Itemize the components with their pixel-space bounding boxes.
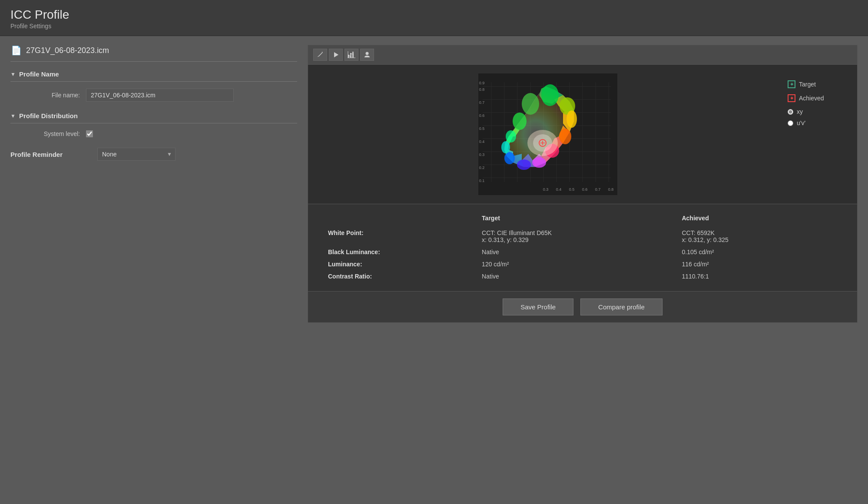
legend-achieved-label: Achieved	[799, 95, 824, 102]
svg-point-47	[532, 157, 546, 168]
profile-reminder-label: Profile Reminder	[10, 151, 97, 158]
system-level-checkbox[interactable]	[86, 130, 93, 137]
svg-point-49	[504, 152, 515, 164]
svg-point-42	[541, 84, 559, 106]
svg-point-50	[501, 141, 510, 153]
svg-point-7	[366, 52, 369, 55]
file-name-label: File name:	[28, 92, 80, 99]
svg-point-53	[522, 93, 539, 115]
row-target-3: Native	[475, 270, 675, 282]
col-achieved-header: Achieved	[675, 213, 844, 227]
file-icon: 📄	[10, 45, 22, 56]
row-achieved-3: 1110.76:1	[675, 270, 844, 282]
file-name-row: File name:	[10, 89, 297, 102]
right-panel: 0.3 0.4 0.5 0.6 0.7 0.8 0.1 0.2 0.3 0.4 …	[308, 45, 858, 323]
system-level-checkbox-wrapper	[86, 130, 93, 137]
svg-text:0.7: 0.7	[479, 100, 485, 105]
profile-reminder-row: Profile Reminder None Daily Weekly Month…	[10, 148, 297, 161]
svg-point-44	[567, 110, 577, 128]
svg-text:0.3: 0.3	[479, 153, 485, 157]
svg-text:0.6: 0.6	[479, 113, 485, 118]
app-title: ICC Profile	[10, 8, 858, 22]
svg-text:0.4: 0.4	[479, 139, 485, 144]
legend-target-label: Target	[799, 81, 816, 88]
edit-tool-button[interactable]	[313, 49, 327, 61]
profile-name-arrow: ▼	[10, 71, 16, 77]
row-achieved-2: 116 cd/m²	[675, 258, 844, 270]
legend-achieved: ✦ Achieved	[788, 94, 843, 102]
svg-text:0.9: 0.9	[479, 81, 485, 85]
radio-uv-label: u'v'	[797, 119, 805, 126]
profile-reminder-select[interactable]: None Daily Weekly Monthly	[97, 148, 176, 161]
svg-text:0.6: 0.6	[582, 187, 588, 192]
svg-text:0.3: 0.3	[543, 187, 549, 192]
radio-xy-input[interactable]	[788, 109, 793, 115]
profile-name-title: Profile Name	[19, 70, 59, 78]
radio-group: xy u'v'	[788, 108, 843, 126]
table-row: Black Luminance:Native0.105 cd/m²	[321, 246, 844, 258]
row-achieved-1: 0.105 cd/m²	[675, 246, 844, 258]
svg-point-51	[506, 130, 516, 143]
footer-buttons: Save Profile Compare profile	[308, 291, 857, 322]
data-table: Target Achieved White Point:CCT: CIE Ill…	[321, 213, 844, 282]
svg-text:0.5: 0.5	[479, 126, 485, 131]
chart-area: 0.3 0.4 0.5 0.6 0.7 0.8 0.1 0.2 0.3 0.4 …	[308, 65, 857, 204]
target-icon: ✦	[788, 80, 795, 88]
svg-text:0.8: 0.8	[479, 87, 485, 92]
compare-profile-button[interactable]: Compare profile	[580, 298, 663, 315]
save-profile-button[interactable]: Save Profile	[503, 298, 573, 315]
chart-tool-button[interactable]	[345, 49, 358, 61]
profile-distribution-section: ▼ Profile Distribution System level:	[10, 112, 297, 137]
left-panel: 📄 27G1V_06-08-2023.icm ▼ Profile Name Fi…	[10, 45, 297, 323]
svg-text:0.7: 0.7	[595, 187, 601, 192]
row-label-2: Luminance:	[321, 258, 475, 270]
profile-name-section: ▼ Profile Name File name:	[10, 70, 297, 102]
row-target-0: CCT: CIE Illuminant D65Kx: 0.313, y: 0.3…	[475, 227, 675, 246]
cie-chart-container: 0.3 0.4 0.5 0.6 0.7 0.8 0.1 0.2 0.3 0.4 …	[315, 72, 781, 197]
profile-tool-button[interactable]	[360, 49, 374, 61]
svg-text:0.2: 0.2	[479, 166, 485, 170]
table-row: Luminance:120 cd/m²116 cd/m²	[321, 258, 844, 270]
radio-uv[interactable]: u'v'	[788, 119, 843, 126]
file-name-input[interactable]	[86, 89, 234, 102]
svg-marker-0	[334, 52, 338, 57]
data-table-area: Target Achieved White Point:CCT: CIE Ill…	[308, 204, 857, 291]
svg-text:0.5: 0.5	[569, 187, 575, 192]
profile-distribution-arrow: ▼	[10, 113, 16, 119]
profile-name-header: ▼ Profile Name	[10, 70, 297, 82]
app-header: ICC Profile Profile Settings	[0, 0, 868, 36]
table-row: Contrast Ratio:Native1110.76:1	[321, 270, 844, 282]
row-label-3: Contrast Ratio:	[321, 270, 475, 282]
radio-uv-input[interactable]	[788, 120, 793, 126]
system-level-label: System level:	[28, 130, 80, 137]
col-label-header	[321, 213, 475, 227]
svg-point-45	[559, 129, 571, 144]
file-header: 📄 27G1V_06-08-2023.icm	[10, 45, 297, 62]
table-row: White Point:CCT: CIE Illuminant D65Kx: 0…	[321, 227, 844, 246]
radio-xy-label: xy	[797, 108, 803, 115]
play-tool-button[interactable]	[329, 49, 343, 61]
row-label-0: White Point:	[321, 227, 475, 246]
svg-text:0.1: 0.1	[479, 179, 485, 183]
file-name-display: 27G1V_06-08-2023.icm	[26, 46, 109, 55]
legend-target: ✦ Target	[788, 80, 843, 88]
toolbar-row	[308, 45, 857, 65]
achieved-icon: ✦	[788, 94, 795, 102]
cie-diagram: 0.3 0.4 0.5 0.6 0.7 0.8 0.1 0.2 0.3 0.4 …	[478, 73, 617, 195]
profile-distribution-title: Profile Distribution	[19, 112, 78, 119]
svg-point-48	[517, 159, 531, 170]
row-target-1: Native	[475, 246, 675, 258]
svg-point-52	[513, 113, 527, 130]
row-label-1: Black Luminance:	[321, 246, 475, 258]
main-content: 📄 27G1V_06-08-2023.icm ▼ Profile Name Fi…	[0, 36, 868, 332]
profile-distribution-header: ▼ Profile Distribution	[10, 112, 297, 123]
system-level-row: System level:	[10, 130, 297, 137]
col-target-header: Target	[475, 213, 675, 227]
app-subtitle: Profile Settings	[10, 23, 858, 30]
row-target-2: 120 cd/m²	[475, 258, 675, 270]
radio-xy[interactable]: xy	[788, 108, 843, 115]
row-achieved-0: CCT: 6592Kx: 0.312, y: 0.325	[675, 227, 844, 246]
svg-text:0.8: 0.8	[608, 187, 614, 192]
svg-text:0.4: 0.4	[556, 187, 562, 192]
profile-reminder-select-wrapper: None Daily Weekly Monthly ▼	[97, 148, 176, 161]
